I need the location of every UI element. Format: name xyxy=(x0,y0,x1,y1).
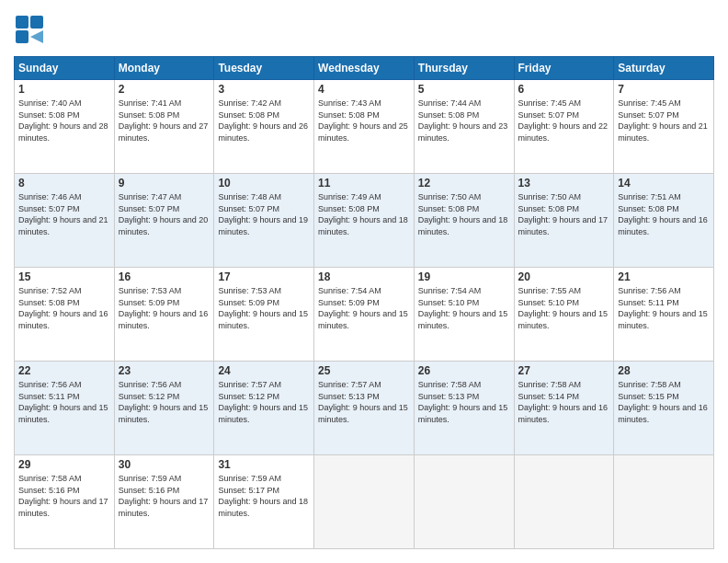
calendar-week-1: 1 Sunrise: 7:40 AM Sunset: 5:08 PM Dayli… xyxy=(15,80,714,174)
sunrise-label: Sunrise: 7:49 AM xyxy=(318,192,381,201)
day-number: 4 xyxy=(318,83,410,96)
day-info: Sunrise: 7:45 AM Sunset: 5:07 PM Dayligh… xyxy=(518,98,610,144)
sunset-label: Sunset: 5:11 PM xyxy=(618,298,679,307)
day-info: Sunrise: 7:50 AM Sunset: 5:08 PM Dayligh… xyxy=(418,191,510,237)
calendar-cell: 7 Sunrise: 7:45 AM Sunset: 5:07 PM Dayli… xyxy=(614,80,714,174)
daylight-label: Daylight: 9 hours and 21 minutes. xyxy=(618,121,708,143)
day-number: 12 xyxy=(418,177,510,190)
calendar-cell: 21 Sunrise: 7:56 AM Sunset: 5:11 PM Dayl… xyxy=(614,268,714,362)
sunrise-label: Sunrise: 7:47 AM xyxy=(119,192,182,201)
sunset-label: Sunset: 5:12 PM xyxy=(119,392,180,401)
svg-rect-1 xyxy=(30,16,43,29)
day-info: Sunrise: 7:48 AM Sunset: 5:07 PM Dayligh… xyxy=(218,191,310,237)
day-info: Sunrise: 7:53 AM Sunset: 5:09 PM Dayligh… xyxy=(218,285,310,331)
calendar-cell: 15 Sunrise: 7:52 AM Sunset: 5:08 PM Dayl… xyxy=(15,268,115,362)
day-info: Sunrise: 7:42 AM Sunset: 5:08 PM Dayligh… xyxy=(218,98,310,144)
sunrise-label: Sunrise: 7:58 AM xyxy=(618,380,681,389)
daylight-label: Daylight: 9 hours and 21 minutes. xyxy=(18,215,108,236)
day-number: 16 xyxy=(119,270,210,283)
day-info: Sunrise: 7:43 AM Sunset: 5:08 PM Dayligh… xyxy=(318,98,410,144)
sunset-label: Sunset: 5:07 PM xyxy=(518,110,580,120)
sunset-label: Sunset: 5:16 PM xyxy=(18,486,80,495)
sunset-label: Sunset: 5:07 PM xyxy=(618,110,679,120)
sunrise-label: Sunrise: 7:54 AM xyxy=(318,286,381,295)
calendar-cell: 30 Sunrise: 7:59 AM Sunset: 5:16 PM Dayl… xyxy=(114,455,214,549)
sunset-label: Sunset: 5:08 PM xyxy=(218,110,279,120)
day-info: Sunrise: 7:56 AM Sunset: 5:12 PM Dayligh… xyxy=(119,379,210,425)
daylight-label: Daylight: 9 hours and 15 minutes. xyxy=(119,403,209,424)
calendar-cell xyxy=(514,455,614,549)
daylight-label: Daylight: 9 hours and 16 minutes. xyxy=(518,403,609,424)
sunrise-label: Sunrise: 7:43 AM xyxy=(318,98,381,108)
sunrise-label: Sunrise: 7:51 AM xyxy=(618,192,681,201)
day-number: 28 xyxy=(618,364,710,377)
calendar-cell: 18 Sunrise: 7:54 AM Sunset: 5:09 PM Dayl… xyxy=(314,268,415,362)
day-number: 30 xyxy=(119,458,210,471)
sunrise-label: Sunrise: 7:45 AM xyxy=(618,98,681,108)
logo xyxy=(14,14,51,47)
daylight-label: Daylight: 9 hours and 16 minutes. xyxy=(18,309,108,330)
sunrise-label: Sunrise: 7:40 AM xyxy=(18,98,82,108)
sunset-label: Sunset: 5:15 PM xyxy=(618,392,679,401)
day-info: Sunrise: 7:44 AM Sunset: 5:08 PM Dayligh… xyxy=(418,98,510,144)
day-number: 10 xyxy=(218,177,310,190)
calendar-week-3: 15 Sunrise: 7:52 AM Sunset: 5:08 PM Dayl… xyxy=(15,268,714,362)
sunset-label: Sunset: 5:11 PM xyxy=(18,392,80,401)
sunrise-label: Sunrise: 7:45 AM xyxy=(518,98,582,108)
day-info: Sunrise: 7:59 AM Sunset: 5:17 PM Dayligh… xyxy=(218,473,310,519)
day-header-tuesday: Tuesday xyxy=(214,57,314,80)
daylight-label: Daylight: 9 hours and 22 minutes. xyxy=(518,121,609,143)
sunset-label: Sunset: 5:09 PM xyxy=(119,298,180,307)
sunset-label: Sunset: 5:08 PM xyxy=(318,110,380,120)
calendar-cell: 13 Sunrise: 7:50 AM Sunset: 5:08 PM Dayl… xyxy=(514,174,614,268)
sunset-label: Sunset: 5:10 PM xyxy=(418,298,480,307)
calendar-cell: 5 Sunrise: 7:44 AM Sunset: 5:08 PM Dayli… xyxy=(414,80,514,174)
day-header-thursday: Thursday xyxy=(414,57,514,80)
day-number: 18 xyxy=(318,270,410,283)
day-info: Sunrise: 7:55 AM Sunset: 5:10 PM Dayligh… xyxy=(518,285,610,331)
day-info: Sunrise: 7:51 AM Sunset: 5:08 PM Dayligh… xyxy=(618,191,710,237)
daylight-label: Daylight: 9 hours and 15 minutes. xyxy=(18,403,108,424)
sunrise-label: Sunrise: 7:48 AM xyxy=(218,192,281,201)
calendar-cell: 14 Sunrise: 7:51 AM Sunset: 5:08 PM Dayl… xyxy=(614,174,714,268)
day-number: 25 xyxy=(318,364,410,377)
page: SundayMondayTuesdayWednesdayThursdayFrid… xyxy=(0,0,728,563)
daylight-label: Daylight: 9 hours and 27 minutes. xyxy=(119,121,209,143)
sunset-label: Sunset: 5:12 PM xyxy=(218,392,279,401)
calendar-cell xyxy=(614,455,714,549)
calendar-cell: 19 Sunrise: 7:54 AM Sunset: 5:10 PM Dayl… xyxy=(414,268,514,362)
sunrise-label: Sunrise: 7:59 AM xyxy=(218,474,281,483)
calendar-cell: 17 Sunrise: 7:53 AM Sunset: 5:09 PM Dayl… xyxy=(214,268,314,362)
day-number: 11 xyxy=(318,177,410,190)
sunset-label: Sunset: 5:17 PM xyxy=(218,486,279,495)
day-number: 21 xyxy=(618,270,710,283)
sunset-label: Sunset: 5:08 PM xyxy=(518,204,580,213)
daylight-label: Daylight: 9 hours and 16 minutes. xyxy=(618,215,708,236)
daylight-label: Daylight: 9 hours and 26 minutes. xyxy=(218,121,308,143)
day-number: 29 xyxy=(18,458,110,471)
sunset-label: Sunset: 5:08 PM xyxy=(119,110,180,120)
daylight-label: Daylight: 9 hours and 19 minutes. xyxy=(218,215,308,236)
sunrise-label: Sunrise: 7:46 AM xyxy=(18,192,82,201)
sunrise-label: Sunrise: 7:52 AM xyxy=(18,286,82,295)
day-info: Sunrise: 7:41 AM Sunset: 5:08 PM Dayligh… xyxy=(119,98,210,144)
daylight-label: Daylight: 9 hours and 15 minutes. xyxy=(418,309,508,330)
daylight-label: Daylight: 9 hours and 15 minutes. xyxy=(318,309,408,330)
day-info: Sunrise: 7:40 AM Sunset: 5:08 PM Dayligh… xyxy=(18,98,110,144)
day-number: 7 xyxy=(618,83,710,96)
sunrise-label: Sunrise: 7:42 AM xyxy=(218,98,281,108)
day-info: Sunrise: 7:54 AM Sunset: 5:09 PM Dayligh… xyxy=(318,285,410,331)
day-info: Sunrise: 7:47 AM Sunset: 5:07 PM Dayligh… xyxy=(119,191,210,237)
day-number: 15 xyxy=(18,270,110,283)
day-number: 27 xyxy=(518,364,610,377)
calendar-week-4: 22 Sunrise: 7:56 AM Sunset: 5:11 PM Dayl… xyxy=(15,362,714,455)
sunrise-label: Sunrise: 7:56 AM xyxy=(618,286,681,295)
sunrise-label: Sunrise: 7:58 AM xyxy=(418,380,482,389)
day-header-saturday: Saturday xyxy=(614,57,714,80)
daylight-label: Daylight: 9 hours and 17 minutes. xyxy=(18,497,108,518)
calendar-cell: 28 Sunrise: 7:58 AM Sunset: 5:15 PM Dayl… xyxy=(614,362,714,455)
calendar-cell: 24 Sunrise: 7:57 AM Sunset: 5:12 PM Dayl… xyxy=(214,362,314,455)
sunrise-label: Sunrise: 7:50 AM xyxy=(518,192,582,201)
sunrise-label: Sunrise: 7:53 AM xyxy=(218,286,281,295)
sunrise-label: Sunrise: 7:57 AM xyxy=(218,380,281,389)
